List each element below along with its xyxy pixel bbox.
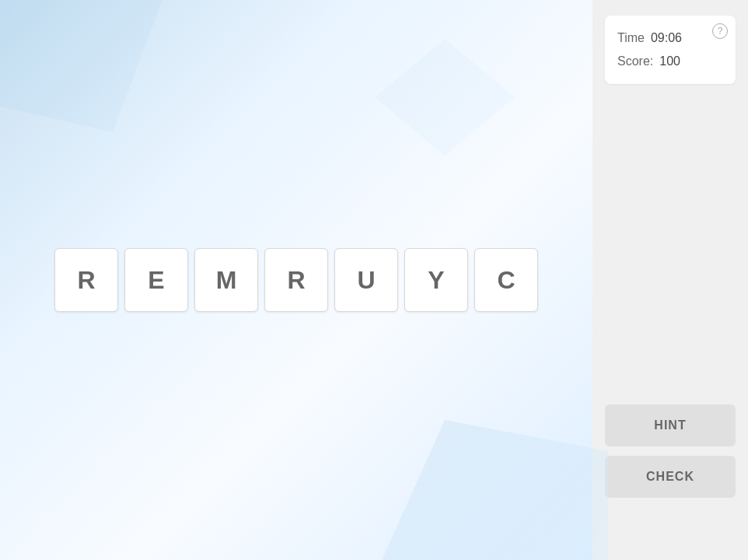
letter-tile-4[interactable]: U	[334, 248, 398, 312]
check-button[interactable]: CHECK	[605, 456, 736, 498]
help-icon[interactable]: ?	[712, 23, 728, 39]
letter-tile-0[interactable]: R	[54, 248, 118, 312]
game-area: REMRUYC	[0, 0, 592, 560]
letter-tile-2[interactable]: M	[194, 248, 258, 312]
sidebar: ? Time 09:06 Score: 100 HINT CHECK	[592, 0, 748, 560]
letter-tile-6[interactable]: C	[474, 248, 538, 312]
time-row: Time 09:06	[617, 31, 723, 45]
bg-decoration-2	[375, 420, 608, 560]
buttons-area: HINT CHECK	[605, 404, 736, 544]
score-value: 100	[659, 54, 680, 68]
time-label: Time	[617, 31, 645, 45]
letter-tiles: REMRUYC	[54, 248, 538, 312]
info-panel: ? Time 09:06 Score: 100	[605, 16, 736, 84]
letter-tile-5[interactable]: Y	[404, 248, 468, 312]
score-label: Score:	[617, 54, 653, 68]
score-row: Score: 100	[617, 54, 723, 68]
letter-tile-1[interactable]: E	[124, 248, 188, 312]
hint-button[interactable]: HINT	[605, 404, 736, 446]
bg-decoration-3	[375, 39, 515, 156]
game-content: REMRUYC	[54, 248, 538, 312]
time-value: 09:06	[651, 31, 682, 45]
bg-decoration-1	[0, 0, 171, 132]
letter-tile-3[interactable]: R	[264, 248, 328, 312]
